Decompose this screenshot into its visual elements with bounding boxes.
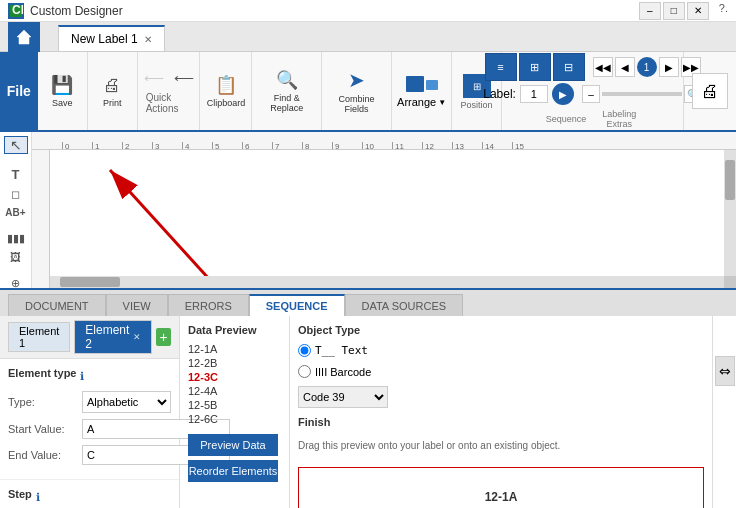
find-replace-button[interactable]: 🔍 Find & Replace [260,67,312,115]
home-icon[interactable] [8,22,40,52]
save-button[interactable]: 💾 Save [44,72,80,110]
sequence-nav: ≡ ⊞ ⊟ ◀◀ ◀ 1 ▶ ▶▶ [485,53,701,81]
text-radio[interactable] [298,344,311,357]
barcode-radio[interactable] [298,365,311,378]
quick-action-2-icon: ⟵ [174,70,194,86]
ribbon-bottom-labels: Sequence Labeling Extras [540,109,645,129]
sequence-label-input[interactable] [520,85,548,103]
arrange-icon [406,76,424,92]
labeling-icons: ≡ ⊞ ⊟ [485,53,585,81]
minimize-button[interactable]: – [639,2,661,20]
print-button[interactable]: 🖨 Print [94,73,130,110]
preview-item-1[interactable]: 12-2B [188,356,281,370]
ribbon: File 💾 Save 🖨 Print ⟵ ⟵ Quick Actions 📋 … [0,52,736,132]
vertical-scrollbar-thumb[interactable] [725,160,735,200]
reorder-elements-button[interactable]: Reorder Elements [188,460,278,482]
element-tab-2-close[interactable]: ✕ [133,332,141,342]
arrange-label-row[interactable]: Arrange ▼ [397,96,446,108]
horizontal-scrollbar[interactable] [50,276,724,288]
barcode-type-select[interactable]: Code 39 [298,386,388,408]
add-element-button[interactable]: + [156,328,171,346]
file-button[interactable]: File [0,52,38,130]
tick-11: 11 [392,142,422,150]
ruler-vertical [32,150,50,288]
tab-new-label-1[interactable]: New Label 1 ✕ [58,25,165,51]
preview-item-5[interactable]: 12-6C [188,412,281,426]
sequence-label-text: Label: [483,87,516,101]
quick-action-2-button[interactable]: ⟵ [170,68,198,88]
labeling-icon-2[interactable]: ⊞ [519,53,551,81]
maximize-button[interactable]: □ [663,2,685,20]
preview-list: 12-1A 12-2B 12-3C 12-4A 12-5B 12-6C [188,342,281,426]
arrow-annotation [50,150,724,276]
horizontal-scrollbar-thumb[interactable] [60,277,120,287]
quick-action-1-button[interactable]: ⟵ [140,68,168,88]
abc-tool-button[interactable]: AB+ [4,206,28,219]
data-preview-panel: Data Preview 12-1A 12-2B 12-3C 12-4A 12-… [180,316,290,508]
element-type-info-icon[interactable]: ℹ [80,370,84,383]
preview-item-4[interactable]: 12-5B [188,398,281,412]
labeling-icon-3[interactable]: ⊟ [553,53,585,81]
labeling-extras-label: Labeling Extras [594,109,645,129]
tick-1: 1 [92,142,122,150]
close-button[interactable]: ✕ [687,2,709,20]
preview-item-3[interactable]: 12-4A [188,384,281,398]
tab-document[interactable]: DOCUMENT [8,294,106,316]
preview-item-2[interactable]: 12-3C [188,370,281,384]
help-icon[interactable]: ?. [719,2,728,20]
tick-14: 14 [482,142,512,150]
zoom-out-button[interactable]: – [582,85,600,103]
arrange-chevron-icon[interactable]: ▼ [438,98,446,107]
seq-current: 1 [637,57,657,77]
tab-data-sources[interactable]: DATA SOURCES [345,294,464,316]
title-bar-controls[interactable]: – □ ✕ ?. [639,2,728,20]
arrange-sub-icon [426,80,438,90]
tab-close-button[interactable]: ✕ [144,34,152,45]
zoom-slider[interactable] [602,92,682,96]
window-title: Custom Designer [30,4,123,18]
element-tab-2[interactable]: Element 2 ✕ [74,320,152,354]
step-label-row: Step ℹ [8,488,171,506]
element-tab-1[interactable]: Element 1 [8,322,70,352]
step-info-icon[interactable]: ℹ [36,491,40,504]
app-icon: CD [8,3,24,19]
image-tool-button[interactable]: 🖼 [4,250,28,264]
arrange-button[interactable] [398,72,446,96]
barcode-tool-button[interactable]: ▮▮▮ [4,231,28,246]
type-select[interactable]: Alphabetic [82,391,171,413]
step-section: Step ℹ ▲ ▼ [0,480,179,508]
preview-buttons: Preview Data Reorder Elements [188,434,281,482]
text-tool-button[interactable]: T [4,166,28,183]
right-adjustment-panel: ⇔ [712,316,736,508]
vertical-scrollbar[interactable] [724,150,736,276]
main-area: ↖ T ◻ AB+ ▮▮▮ 🖼 ⊕ 0 1 2 3 4 5 6 7 8 9 10 [0,132,736,288]
preview-data-button[interactable]: Preview Data [188,434,278,456]
select-tool-button[interactable]: ↖ [4,136,28,154]
labeling-icon-1[interactable]: ≡ [485,53,517,81]
adjustment-button[interactable]: ⇔ [715,356,735,386]
preview-item-0[interactable]: 12-1A [188,342,281,356]
shapes-tool-button[interactable]: ◻ [4,187,28,202]
combine-fields-button[interactable]: ➤ Combine Fields [330,66,383,116]
tab-errors[interactable]: ERRORS [168,294,249,316]
save-icon: 💾 [51,74,73,96]
finish-preview-box[interactable]: 12-1A [298,467,704,508]
canvas-white[interactable] [50,150,724,276]
seq-play-button[interactable]: ▶ [552,83,574,105]
sequence-section-label: Sequence [540,114,591,124]
tick-10: 10 [362,142,392,150]
seq-next-button[interactable]: ▶ [659,57,679,77]
clipboard-button[interactable]: 📋 Clipboard [203,72,250,110]
canvas-container: 0 1 2 3 4 5 6 7 8 9 10 11 12 13 14 15 [32,132,736,288]
printer-button[interactable]: 🖨 [692,73,728,109]
print-group: 🖨 Print [88,52,138,130]
svg-marker-2 [17,30,31,44]
tab-view[interactable]: VIEW [106,294,168,316]
tab-sequence[interactable]: SEQUENCE [249,294,345,316]
clipboard-group: 📋 Clipboard [200,52,252,130]
ruler-ticks: 0 1 2 3 4 5 6 7 8 9 10 11 12 13 14 15 [62,132,542,150]
seq-prev-button[interactable]: ◀ [615,57,635,77]
element-type-row: Element type ℹ [8,367,171,385]
seq-prev-prev-button[interactable]: ◀◀ [593,57,613,77]
tab-bar: New Label 1 ✕ [0,22,736,52]
